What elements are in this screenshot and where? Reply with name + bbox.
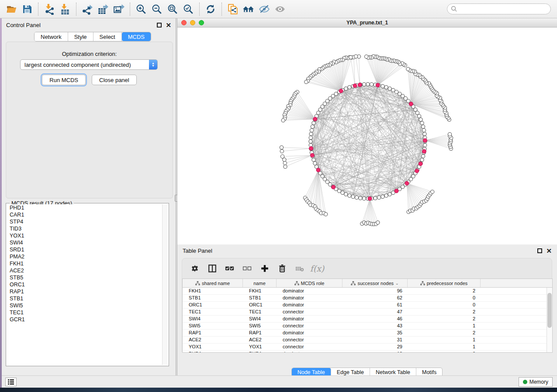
mcds-result-item[interactable]: YOX1: [7, 232, 162, 239]
column-header-name[interactable]: name: [243, 279, 277, 287]
toolbar-separator: [130, 3, 130, 16]
table-row[interactable]: TEC1TEC1connector472: [183, 309, 547, 316]
mcds-result-item[interactable]: TID3: [7, 225, 162, 232]
zoom-selected-icon[interactable]: [180, 2, 196, 16]
tab-select[interactable]: Select: [93, 32, 122, 41]
zoom-fit-icon[interactable]: [165, 2, 180, 16]
export-image-icon[interactable]: [111, 2, 127, 16]
mcds-result-item[interactable]: GCR1: [7, 316, 162, 323]
mcds-result-item[interactable]: FKH1: [7, 260, 162, 267]
cell-name: SWI5: [243, 323, 277, 329]
window-minimize-icon[interactable]: [190, 20, 195, 25]
run-mcds-button[interactable]: Run MCDS: [42, 75, 86, 85]
refresh-icon[interactable]: [203, 2, 218, 16]
mcds-result-item[interactable]: ORC1: [7, 281, 162, 288]
memory-button[interactable]: Memory: [519, 377, 553, 387]
mcds-result-item[interactable]: STB5: [7, 274, 162, 281]
column-header-successor-nodes[interactable]: successor nodes⌄: [343, 279, 408, 287]
hide-unselected-icon[interactable]: [256, 2, 272, 16]
cell-predecessor-nodes: 0: [408, 351, 481, 352]
search-input[interactable]: [457, 6, 547, 12]
zoom-in-icon[interactable]: [133, 2, 149, 16]
float-table-panel-icon[interactable]: [537, 248, 542, 253]
network-canvas[interactable]: [177, 28, 557, 244]
column-header-shared-name[interactable]: shared name: [183, 279, 243, 287]
cell-predecessor-nodes: 2: [408, 330, 481, 336]
cell-name: ACE2: [243, 337, 277, 343]
export-network-icon[interactable]: [80, 2, 95, 16]
cell-shared-name: SWI4: [183, 316, 243, 322]
table-row[interactable]: ORC1ORC1dominator610: [183, 302, 547, 309]
open-file-icon[interactable]: [3, 2, 19, 16]
table-scrollbar[interactable]: [547, 288, 552, 352]
cell-shared-name: FKH1: [183, 288, 243, 294]
close-panel-icon[interactable]: ✕: [166, 23, 171, 28]
optimization-criterion-select[interactable]: largest connected component (undirected)…: [20, 59, 158, 70]
cell-name: RAP1: [243, 330, 277, 336]
select-all-icon[interactable]: [222, 261, 237, 275]
settings-gear-icon[interactable]: [187, 261, 202, 275]
task-history-icon[interactable]: [5, 378, 17, 386]
mcds-result-item[interactable]: STP4: [7, 218, 162, 225]
table-row[interactable]: STB1STB1dominator620: [183, 295, 547, 302]
clone-network-icon[interactable]: [225, 2, 241, 16]
mcds-result-item[interactable]: CAR1: [7, 211, 162, 218]
table-row[interactable]: RAP1RAP1dominator352: [183, 330, 547, 337]
zoom-out-icon[interactable]: [149, 2, 165, 16]
first-neighbors-icon[interactable]: [241, 2, 256, 16]
export-table-icon[interactable]: [95, 2, 111, 16]
cell-MCDS-role: connector: [277, 344, 343, 350]
mcds-result-item[interactable]: SWI4: [7, 239, 162, 246]
table-scrollbar-thumb[interactable]: [547, 293, 552, 328]
cell-predecessor-nodes: 1: [408, 344, 481, 350]
clear-table-icon[interactable]: [292, 261, 307, 275]
optimization-criterion-value: largest connected component (undirected): [21, 62, 149, 68]
tab-network[interactable]: Network: [35, 32, 68, 41]
table-row[interactable]: SWI5SWI5connector431: [183, 323, 547, 330]
close-table-panel-icon[interactable]: ✕: [546, 248, 552, 253]
function-builder-icon[interactable]: f(x): [310, 261, 325, 275]
import-table-icon[interactable]: [57, 2, 73, 16]
column-header-predecessor-nodes[interactable]: predecessor nodes: [408, 279, 481, 287]
toolbar-separator: [199, 3, 200, 16]
mcds-result-item[interactable]: SWI5: [7, 302, 162, 309]
cell-shared-name: ORC1: [183, 302, 243, 308]
delete-column-icon[interactable]: [275, 261, 290, 275]
window-zoom-icon[interactable]: [199, 20, 204, 25]
cell-successor-nodes: 35: [343, 330, 408, 336]
add-column-icon[interactable]: [257, 261, 272, 275]
mcds-result-item[interactable]: SRD1: [7, 246, 162, 253]
mcds-result-item[interactable]: TEC1: [7, 309, 162, 316]
mcds-result-item[interactable]: PMA2: [7, 253, 162, 260]
show-all-icon[interactable]: [272, 2, 288, 16]
tab-mcds[interactable]: MCDS: [122, 32, 151, 41]
deselect-all-icon[interactable]: [240, 261, 255, 275]
mcds-result-item[interactable]: STB1: [7, 295, 162, 302]
table-toolbar: f(x): [182, 258, 552, 278]
window-close-icon[interactable]: [181, 20, 187, 25]
table-row[interactable]: ACE2ACE2connector311: [183, 337, 547, 344]
import-network-icon[interactable]: [42, 2, 57, 16]
float-panel-icon[interactable]: [157, 23, 162, 28]
cell-predecessor-nodes: 1: [408, 323, 481, 329]
mcds-list-scrollbar[interactable]: [162, 204, 168, 365]
table-row[interactable]: PHD1PHD1dominator180: [183, 351, 547, 352]
cell-shared-name: TEC1: [183, 309, 243, 315]
column-header-MCDS-role[interactable]: MCDS role: [277, 279, 343, 287]
save-session-icon[interactable]: [19, 2, 35, 16]
toolbar-separator: [76, 3, 76, 16]
mcds-result-item[interactable]: PHD1: [7, 204, 162, 211]
table-row[interactable]: SWI4SWI4dominator462: [183, 316, 547, 323]
table-row[interactable]: YOX1YOX1connector291: [183, 344, 547, 351]
mcds-result-item[interactable]: RAP1: [7, 288, 162, 295]
mcds-result-item[interactable]: ACE2: [7, 267, 162, 274]
network-window-titlebar[interactable]: YPA_prune.txt_1: [177, 18, 557, 28]
cell-shared-name: YOX1: [183, 344, 243, 350]
close-panel-button[interactable]: Close panel: [92, 75, 137, 85]
cell-MCDS-role: connector: [277, 337, 343, 343]
tab-style[interactable]: Style: [68, 32, 93, 41]
split-panel-icon[interactable]: [205, 261, 220, 275]
cell-successor-nodes: 29: [343, 344, 408, 350]
search-field[interactable]: [447, 3, 551, 14]
table-row[interactable]: FKH1FKH1dominator962: [183, 288, 547, 295]
